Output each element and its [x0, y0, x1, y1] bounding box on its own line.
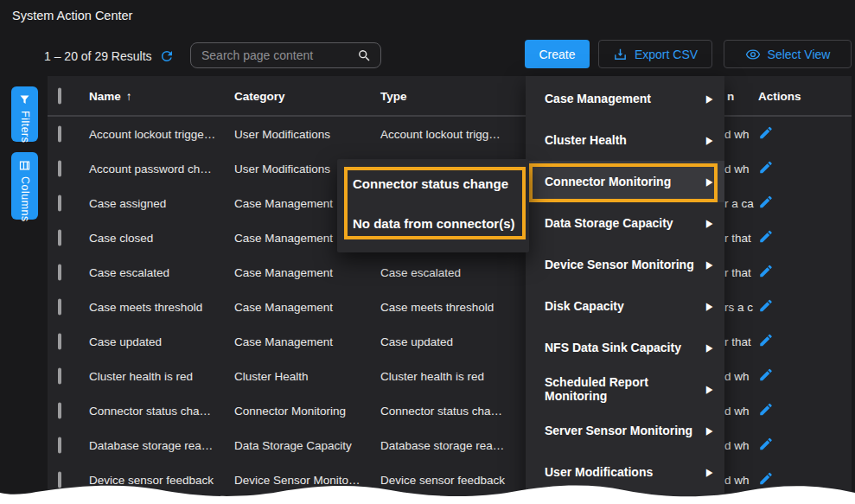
row-name: Case assigned	[89, 197, 166, 210]
search-icon	[357, 48, 372, 63]
row-type: Device sensor feedback	[380, 474, 505, 487]
submenu-arrow-icon: ▶	[706, 467, 712, 478]
eye-icon	[745, 47, 761, 62]
row-description-fragment: r that	[724, 266, 751, 279]
row-checkbox[interactable]	[58, 334, 61, 350]
menu-item-scheduled-report-monitoring[interactable]: Scheduled Report Monitoring▶	[526, 368, 724, 410]
table-row: Case escalated Case Management Case esca…	[48, 255, 852, 290]
row-category: User Modifications	[234, 163, 330, 175]
edit-pencil-icon[interactable]	[758, 264, 774, 279]
select-view-label: Select View	[768, 48, 831, 61]
row-description-fragment: d wh	[724, 474, 750, 487]
edit-pencil-icon[interactable]	[758, 437, 774, 452]
row-checkbox[interactable]	[58, 403, 61, 419]
row-category: Case Management	[234, 197, 333, 210]
select-all-checkbox[interactable]	[58, 87, 61, 104]
export-csv-button[interactable]: Export CSV	[598, 40, 712, 68]
menu-item-disk-capacity[interactable]: Disk Capacity▶	[526, 285, 724, 327]
columns-tab[interactable]: Columns	[11, 152, 38, 220]
edit-pencil-icon[interactable]	[758, 367, 774, 383]
sort-ascending-icon: ↑	[126, 89, 132, 102]
action-table: Name↑ Category Type n Actions Account lo…	[48, 76, 852, 504]
row-name: Device sensor feedback	[89, 474, 214, 487]
submenu-item-connector-status-change[interactable]: Connector status change	[353, 176, 508, 191]
column-header-actions: Actions	[758, 89, 801, 102]
submenu-arrow-icon: ▶	[706, 259, 712, 271]
edit-pencil-icon[interactable]	[758, 402, 774, 418]
edit-pencil-icon[interactable]	[758, 471, 774, 487]
row-category: User Modifications	[234, 128, 330, 141]
refresh-icon[interactable]	[159, 48, 175, 64]
row-checkbox[interactable]	[58, 472, 61, 488]
row-category: Case Management	[234, 335, 333, 348]
menu-item-data-storage-capacity[interactable]: Data Storage Capacity▶	[526, 202, 724, 244]
row-category: Case Management	[234, 232, 333, 245]
edit-pencil-icon[interactable]	[758, 125, 774, 141]
edit-pencil-icon[interactable]	[758, 195, 774, 210]
row-category: Case Management	[234, 266, 333, 279]
table-row: Device sensor feedback Device Sensor Mon…	[48, 463, 852, 497]
row-checkbox[interactable]	[58, 195, 61, 212]
menu-item-user-modifications[interactable]: User Modifications▶	[526, 451, 724, 493]
table-row: Database storage rea… Data Storage Capac…	[48, 428, 852, 463]
row-type: Connector status cha…	[380, 405, 502, 418]
row-name: Case updated	[89, 335, 162, 348]
row-type: Account lockout trigg…	[380, 128, 501, 141]
submenu-arrow-icon: ▶	[706, 135, 712, 146]
column-header-partial: n	[727, 89, 734, 102]
row-category: Connector Monitoring	[234, 405, 346, 418]
row-description-fragment: d wh	[724, 128, 750, 141]
row-checkbox[interactable]	[58, 299, 61, 316]
download-icon	[613, 47, 628, 61]
column-header-category[interactable]: Category	[234, 89, 285, 102]
edit-pencil-icon[interactable]	[758, 229, 774, 245]
filter-icon	[18, 93, 31, 106]
row-name: Case meets threshold	[89, 301, 202, 314]
filters-tab-label: Filters	[19, 111, 31, 144]
row-type: Database storage rea…	[380, 439, 504, 452]
menu-item-case-management[interactable]: Case Management▶	[526, 78, 724, 119]
column-header-name[interactable]: Name↑	[89, 89, 132, 102]
row-checkbox[interactable]	[58, 161, 61, 177]
row-name: Account password ch…	[89, 163, 212, 175]
row-category: Cluster Health	[234, 370, 309, 383]
submenu-item-no-data-from-connectors[interactable]: No data from connector(s)	[353, 216, 515, 231]
search-box	[190, 42, 381, 68]
row-description-fragment: d wh	[724, 405, 750, 418]
table-row: Case updated Case Management Case update…	[48, 324, 852, 359]
row-name: Account lockout trigge…	[89, 128, 215, 141]
menu-item-nfs-data-sink-capacity[interactable]: NFS Data Sink Capacity▶	[526, 327, 724, 368]
row-name: Database storage rea…	[89, 439, 213, 452]
row-checkbox[interactable]	[58, 437, 61, 454]
menu-item-device-sensor-monitoring[interactable]: Device Sensor Monitoring▶	[526, 244, 724, 285]
row-checkbox[interactable]	[58, 265, 61, 281]
column-header-type[interactable]: Type	[380, 89, 407, 102]
connector-monitoring-submenu: Connector status change No data from con…	[337, 159, 529, 252]
columns-icon	[18, 159, 31, 172]
menu-item-cluster-health[interactable]: Cluster Health▶	[526, 119, 724, 161]
row-checkbox[interactable]	[58, 126, 61, 143]
search-input[interactable]	[191, 43, 380, 67]
row-checkbox[interactable]	[58, 230, 61, 246]
row-name: Cluster health is red	[89, 370, 193, 383]
edit-pencil-icon[interactable]	[758, 160, 774, 175]
submenu-arrow-icon: ▶	[706, 218, 712, 229]
select-view-button[interactable]: Select View	[724, 40, 852, 68]
row-description-fragment: d wh	[724, 439, 750, 452]
row-type: Case escalated	[380, 266, 461, 279]
menu-item-connector-monitoring[interactable]: Connector Monitoring▶	[526, 161, 724, 202]
row-name: Case escalated	[89, 266, 169, 279]
row-type: Cluster health is red	[380, 370, 484, 383]
edit-pencil-icon[interactable]	[758, 333, 774, 348]
menu-item-server-sensor-monitoring[interactable]: Server Sensor Monitoring▶	[526, 410, 724, 451]
row-name: Case closed	[89, 232, 153, 245]
table-row: Cluster health is red Cluster Health Clu…	[48, 359, 852, 393]
create-button[interactable]: Create	[525, 40, 590, 68]
page-title: System Action Center	[12, 9, 132, 22]
row-checkbox[interactable]	[58, 368, 61, 385]
row-type: Case meets threshold	[380, 301, 494, 314]
submenu-arrow-icon: ▶	[706, 93, 712, 105]
table-row: Account lockout trigge… User Modificatio…	[48, 117, 852, 151]
edit-pencil-icon[interactable]	[758, 298, 774, 314]
filters-tab[interactable]: Filters	[11, 86, 38, 142]
